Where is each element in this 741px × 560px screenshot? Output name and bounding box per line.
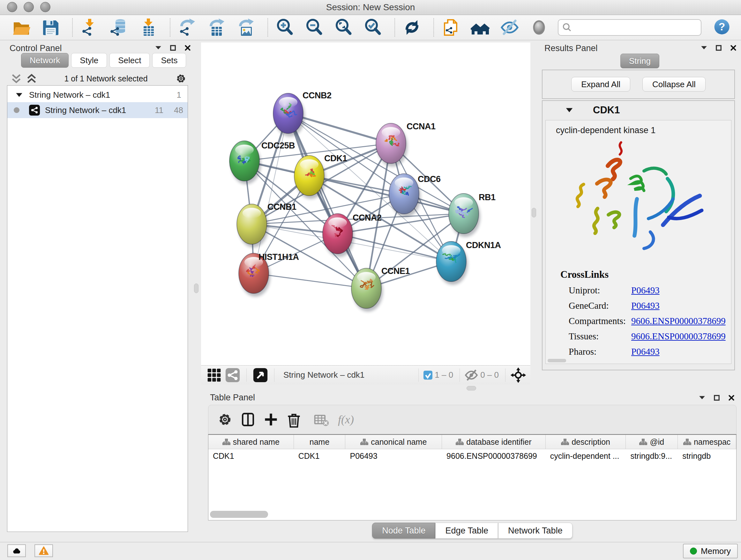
tab-network[interactable]: Network <box>21 53 69 68</box>
network-node-CCNB1[interactable]: CCNB1 <box>237 202 296 247</box>
entry-scrollbar[interactable] <box>548 359 566 362</box>
function-builder-button[interactable]: f(x) <box>338 413 354 426</box>
delete-column-button[interactable] <box>286 411 302 428</box>
network-node-CDK1[interactable]: CDK1 <box>294 153 347 199</box>
table-row[interactable]: CDK1CDK1P064939606.ENSP00000378699cyclin… <box>208 449 736 462</box>
open-session-button[interactable] <box>11 17 32 38</box>
crosslink-row: Tissues:9606.ENSP00000378699 <box>569 331 731 341</box>
detail-level-button[interactable] <box>529 17 550 38</box>
column-header-label: namespac <box>694 437 731 447</box>
import-database-button[interactable] <box>109 17 130 38</box>
panel-menu-icon[interactable] <box>701 45 707 51</box>
left-splitter-handle[interactable] <box>194 284 199 293</box>
tab-style[interactable]: Style <box>71 53 107 68</box>
tab-label: Edge Table <box>445 526 488 536</box>
birds-eye-view-button[interactable] <box>207 368 221 382</box>
export-network-button[interactable] <box>177 17 199 38</box>
open-in-string-icon <box>441 18 461 37</box>
close-panel-icon[interactable] <box>185 45 191 51</box>
expand-all-button[interactable]: Expand All <box>571 77 630 91</box>
crosslink-pharos-link[interactable]: P06493 <box>631 347 660 357</box>
network-node-CDKN1A[interactable]: CDKN1A <box>436 240 501 285</box>
float-panel-icon[interactable] <box>716 45 722 51</box>
network-node-CDC6[interactable]: CDC6 <box>389 174 441 217</box>
disclosure-triangle-icon[interactable] <box>565 107 573 113</box>
zoom-selected-button[interactable] <box>362 17 384 38</box>
crosshair-icon[interactable] <box>510 367 527 383</box>
collapse-all-icon[interactable] <box>11 73 22 84</box>
tab-edge-table[interactable]: Edge Table <box>435 523 498 539</box>
cloud-button[interactable] <box>7 544 26 557</box>
crosslink-compartments-link[interactable]: 9606.ENSP00000378699 <box>631 316 726 326</box>
column-header-database-identifier[interactable]: database identifier <box>442 435 546 449</box>
import-table-button[interactable] <box>138 17 159 38</box>
open-in-string-button[interactable] <box>441 17 462 38</box>
selected-checkbox-icon[interactable] <box>423 370 433 380</box>
search-input[interactable] <box>575 22 697 33</box>
network-node-CCNE1[interactable]: CCNE1 <box>351 266 410 312</box>
show-columns-button[interactable] <box>240 411 256 428</box>
refresh-network-button[interactable] <box>401 17 423 38</box>
import-network-button[interactable] <box>79 17 101 38</box>
crosslink-genecard-link[interactable]: P06493 <box>631 300 660 311</box>
export-network-icon <box>178 18 197 37</box>
home-button[interactable] <box>470 17 491 38</box>
float-panel-icon[interactable] <box>170 45 176 51</box>
panel-menu-icon[interactable] <box>699 395 705 401</box>
collapse-all-button[interactable]: Collapse All <box>643 77 705 91</box>
tab-select[interactable]: Select <box>110 53 150 68</box>
export-table-button[interactable] <box>206 17 228 38</box>
column-header-name[interactable]: name <box>294 435 346 449</box>
table-horizontal-scrollbar[interactable] <box>210 511 268 518</box>
gear-icon[interactable] <box>175 72 187 84</box>
network-collection-row[interactable]: String Network – cdk1 1 <box>7 87 188 102</box>
hidden-eye-icon[interactable] <box>464 368 478 382</box>
memory-button[interactable]: Memory <box>683 544 738 558</box>
tab-sets[interactable]: Sets <box>152 53 186 68</box>
network-canvas[interactable]: CCNB2CCNA1CDC25BCDK1CDC6RB1CCNB1CCNA2CDK… <box>201 43 530 365</box>
tab-node-table[interactable]: Node Table <box>372 523 435 539</box>
warnings-button[interactable] <box>35 544 53 557</box>
network-node-RB1[interactable]: RB1 <box>449 192 495 237</box>
column-header-namespac[interactable]: namespac <box>678 435 736 449</box>
zoom-out-button[interactable] <box>304 17 326 38</box>
hide-panels-button[interactable] <box>499 17 521 38</box>
open-in-new-window-button[interactable] <box>253 368 268 382</box>
float-panel-icon[interactable] <box>714 395 720 401</box>
delete-table-button[interactable] <box>313 411 330 428</box>
close-panel-icon[interactable] <box>728 395 735 401</box>
tab-string[interactable]: String <box>620 54 659 68</box>
search-field[interactable] <box>558 19 701 36</box>
network-node-HIST1H1A[interactable]: HIST1H1A <box>239 252 299 297</box>
right-splitter-handle[interactable] <box>532 208 536 217</box>
network-node-CCNA1[interactable]: CCNA1 <box>376 122 435 167</box>
panel-menu-icon[interactable] <box>155 45 161 51</box>
import-table-icon <box>139 18 158 37</box>
crosslinks-title: CrossLinks <box>560 269 731 280</box>
string-style-button[interactable] <box>225 368 240 382</box>
network-node-CCNB2[interactable]: CCNB2 <box>273 91 332 137</box>
column-header-description[interactable]: description <box>546 435 626 449</box>
crosslink-uniprot-link[interactable]: P06493 <box>631 285 660 296</box>
save-session-button[interactable] <box>40 17 62 38</box>
horizontal-splitter-handle[interactable] <box>467 386 476 390</box>
protein-description: cyclin-dependent kinase 1 <box>546 120 731 135</box>
disclosure-triangle-icon[interactable] <box>16 92 23 98</box>
export-image-button[interactable] <box>235 17 257 38</box>
crosslink-tissues-link[interactable]: 9606.ENSP00000378699 <box>631 331 726 341</box>
column-header-id[interactable]: @id <box>626 435 678 449</box>
zoom-in-button[interactable] <box>274 17 296 38</box>
network-node-CDC25B[interactable]: CDC25B <box>229 141 295 184</box>
result-entry-header[interactable]: CDK1 <box>542 101 734 119</box>
help-button[interactable]: ? <box>714 18 730 37</box>
expand-all-icon[interactable] <box>26 73 37 84</box>
tab-network-table[interactable]: Network Table <box>498 523 572 539</box>
column-header-shared-name[interactable]: shared name <box>208 435 294 449</box>
close-panel-icon[interactable] <box>730 45 737 51</box>
network-row-selected[interactable]: String Network – cdk1 11 48 <box>7 102 188 118</box>
arrow-ne-icon <box>253 368 268 382</box>
create-column-button[interactable] <box>263 411 279 428</box>
column-header-canonical-name[interactable]: canonical name <box>345 435 442 449</box>
table-settings-button[interactable] <box>217 411 233 428</box>
zoom-fit-button[interactable] <box>333 17 355 38</box>
